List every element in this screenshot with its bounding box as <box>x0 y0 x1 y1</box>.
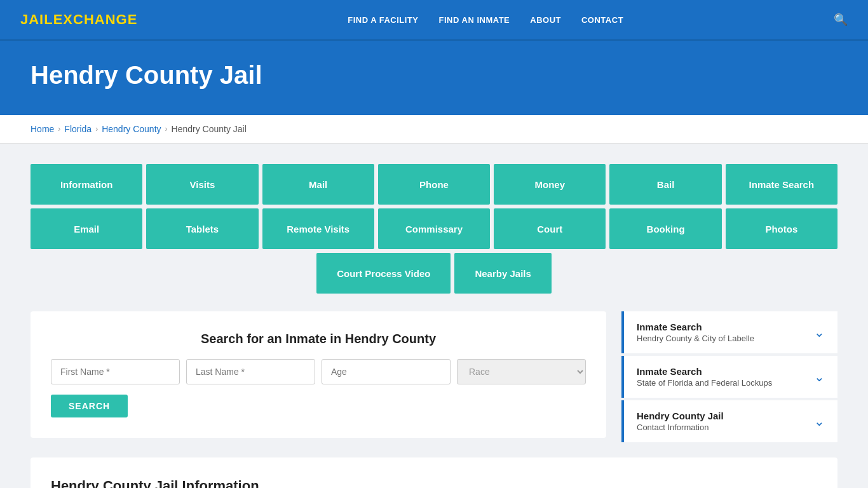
grid-row-1: Information Visits Mail Phone Money Bail… <box>31 164 837 205</box>
sidebar-item-subtitle-3: Contact Information <box>637 423 724 432</box>
logo-part2: EXCHANGE <box>53 11 138 27</box>
btn-bail[interactable]: Bail <box>609 164 721 205</box>
race-select[interactable]: Race White Black Hispanic Asian Other <box>457 359 586 384</box>
nav-link-about[interactable]: ABOUT <box>530 15 561 25</box>
grid-row-3: Court Process Video Nearby Jails <box>31 253 837 294</box>
hero-section: Hendry County Jail <box>0 41 868 115</box>
sidebar-item-subtitle-2: State of Florida and Federal Lockups <box>637 378 772 388</box>
main-content: Information Visits Mail Phone Money Bail… <box>0 144 868 488</box>
page-title: Hendry County Jail <box>31 61 837 90</box>
btn-mail[interactable]: Mail <box>262 164 374 205</box>
chevron-down-icon-3: ⌄ <box>814 414 825 429</box>
breadcrumb-current: Hendry County Jail <box>172 124 247 134</box>
btn-photos[interactable]: Photos <box>726 208 837 249</box>
btn-remote-visits[interactable]: Remote Visits <box>262 208 374 249</box>
breadcrumb-home[interactable]: Home <box>31 124 54 134</box>
first-name-input[interactable] <box>51 359 180 384</box>
nav-links: FIND A FACILITYFIND AN INMATEABOUTCONTAC… <box>348 15 623 25</box>
breadcrumb: Home › Florida › Hendry County › Hendry … <box>0 115 868 144</box>
btn-commissary[interactable]: Commissary <box>378 208 490 249</box>
logo[interactable]: JAILEXCHANGE <box>20 11 137 28</box>
logo-part1: JAIL <box>20 11 53 27</box>
sidebar-item-inmate-search-hendry[interactable]: Inmate Search Hendry County & City of La… <box>621 311 837 353</box>
search-panel: Search for an Inmate in Hendry County Ra… <box>31 311 606 438</box>
btn-court[interactable]: Court <box>494 208 606 249</box>
btn-phone[interactable]: Phone <box>378 164 490 205</box>
two-col-layout: Search for an Inmate in Hendry County Ra… <box>31 311 837 442</box>
search-icon[interactable]: 🔍 <box>834 13 848 27</box>
age-input[interactable] <box>322 359 451 384</box>
btn-nearby-jails[interactable]: Nearby Jails <box>454 253 551 294</box>
btn-inmate-search[interactable]: Inmate Search <box>726 164 837 205</box>
btn-money[interactable]: Money <box>494 164 606 205</box>
last-name-input[interactable] <box>186 359 315 384</box>
btn-email[interactable]: Email <box>31 208 142 249</box>
sidebar-item-title-2: Inmate Search <box>637 366 772 377</box>
chevron-down-icon-1: ⌄ <box>814 325 825 340</box>
right-sidebar: Inmate Search Hendry County & City of La… <box>621 311 837 442</box>
sidebar-item-title-1: Inmate Search <box>637 322 754 332</box>
nav-link-find-inmate[interactable]: FIND AN INMATE <box>439 15 510 25</box>
search-title: Search for an Inmate in Hendry County <box>51 332 586 346</box>
grid-row-2: Email Tablets Remote Visits Commissary C… <box>31 208 837 249</box>
navbar: JAILEXCHANGE FIND A FACILITYFIND AN INMA… <box>0 0 868 41</box>
btn-information[interactable]: Information <box>31 164 142 205</box>
breadcrumb-florida[interactable]: Florida <box>64 124 92 134</box>
bottom-title: Hendry County Jail Information <box>51 473 817 488</box>
nav-link-find-facility[interactable]: FIND A FACILITY <box>348 15 418 25</box>
btn-tablets[interactable]: Tablets <box>146 208 258 249</box>
bottom-section: Hendry County Jail Information <box>31 458 837 488</box>
sidebar-item-inmate-search-florida[interactable]: Inmate Search State of Florida and Feder… <box>621 356 837 398</box>
chevron-down-icon-2: ⌄ <box>814 369 825 384</box>
search-button[interactable]: SEARCH <box>51 395 128 417</box>
sidebar-item-subtitle-1: Hendry County & City of Labelle <box>637 334 754 343</box>
nav-link-contact[interactable]: CONTACT <box>581 15 623 25</box>
breadcrumb-sep-3: › <box>165 125 168 133</box>
btn-booking[interactable]: Booking <box>609 208 721 249</box>
sidebar-item-title-3: Hendry County Jail <box>637 410 724 421</box>
sidebar-item-contact-info[interactable]: Hendry County Jail Contact Information ⌄ <box>621 400 837 442</box>
search-fields: Race White Black Hispanic Asian Other <box>51 359 586 384</box>
breadcrumb-sep-2: › <box>95 125 98 133</box>
breadcrumb-sep-1: › <box>58 125 60 133</box>
btn-visits[interactable]: Visits <box>146 164 258 205</box>
btn-court-process-video[interactable]: Court Process Video <box>316 253 451 294</box>
breadcrumb-hendry-county[interactable]: Hendry County <box>102 124 161 134</box>
